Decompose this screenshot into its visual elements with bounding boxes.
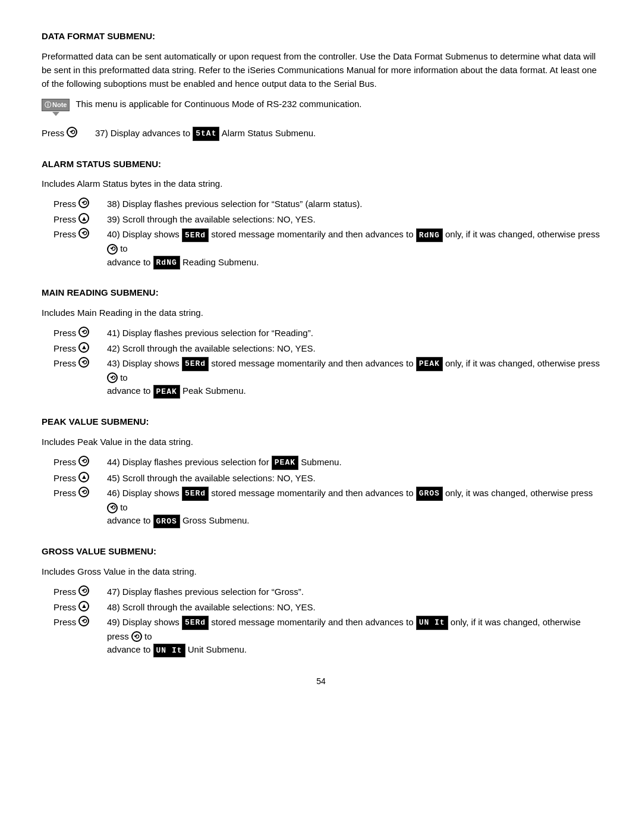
press-text-41: Press (54, 327, 76, 340)
scroll-icon-39: ▲ (78, 213, 89, 224)
peak-value-body: Includes Peak Value in the data string. (42, 435, 600, 449)
item49-advance: advance to (107, 644, 153, 654)
peak-value-press-group: Press ⟲ 44) Display flashes previous sel… (54, 456, 600, 528)
scroll-icon-45: ▲ (78, 472, 89, 482)
data-format-body: Preformatted data can be sent automatica… (42, 49, 600, 91)
press-label-39: Press ▲ (54, 213, 107, 227)
gross-value-section: GROSS VALUE SUBMENU: Includes Gross Valu… (42, 545, 600, 657)
press-content-49: 49) Display shows 5ERd stored message mo… (107, 616, 600, 657)
item49-lcd3: UN It (153, 644, 185, 658)
data-format-section: DATA FORMAT SUBMENU: Preformatted data c… (42, 30, 600, 141)
press-row-38: Press ⟲ 38) Display flashes previous sel… (54, 198, 600, 211)
press-content-40: 40) Display shows 5ERd stored message mo… (107, 228, 600, 269)
alarm-press-group: Press ⟲ 38) Display flashes previous sel… (54, 198, 600, 269)
press-label-38: Press ⟲ (54, 198, 107, 211)
press-content-41: 41) Display flashes previous selection f… (107, 327, 600, 340)
item37-suffix: Alarm Status Submenu. (222, 128, 316, 138)
press-text-40: Press (54, 228, 76, 242)
main-reading-press-group: Press ⟲ 41) Display flashes previous sel… (54, 327, 600, 399)
item48-text: 48) Scroll through the available selecti… (107, 602, 316, 612)
press-content-44: 44) Display flashes previous selection f… (107, 456, 600, 470)
item49-mid: stored message momentarily and then adva… (211, 617, 416, 627)
item46-advance: advance to (107, 515, 153, 525)
gross-value-body: Includes Gross Value in the data string. (42, 565, 600, 578)
main-reading-section: MAIN READING SUBMENU: Includes Main Read… (42, 286, 600, 399)
item40-to: to (120, 243, 128, 253)
item46-mid2: only, it was changed, otherwise press (445, 488, 593, 498)
press-text-42: Press (54, 342, 76, 356)
item44-suffix: Submenu. (301, 457, 341, 467)
item49-lcd2: UN It (416, 616, 448, 630)
enter-icon-47: ⟲ (78, 585, 89, 596)
page-number: 54 (42, 675, 600, 688)
press-label-43: Press ⟲ (54, 357, 107, 371)
enter-icon-49: ⟲ (78, 616, 89, 626)
press-text-39: Press (54, 213, 76, 227)
note-badge: ⓘNote (42, 99, 70, 111)
press-row-40: Press ⟲ 40) Display shows 5ERd stored me… (54, 228, 600, 269)
enter-icon-40: ⟲ (78, 228, 89, 239)
press-row-48: Press ▲ 48) Scroll through the available… (54, 601, 600, 615)
item46-end: Gross Submenu. (182, 515, 250, 525)
item40-lcd3: RdNG (153, 256, 180, 270)
item46-lcd2: GROS (416, 487, 443, 501)
press-text-44: Press (54, 456, 76, 469)
item49-end: Unit Submenu. (188, 644, 247, 654)
scroll-icon-48: ▲ (78, 601, 89, 612)
enter-icon-49b: ⟲ (131, 631, 142, 642)
peak-value-heading: PEAK VALUE SUBMENU: (42, 415, 600, 429)
enter-icon-43b: ⟲ (107, 372, 118, 383)
scroll-icon-42: ▲ (78, 342, 89, 353)
press-label-44: Press ⟲ (54, 456, 107, 469)
item43-end: Peak Submenu. (182, 385, 246, 396)
alarm-status-section: ALARM STATUS SUBMENU: Includes Alarm Sta… (42, 158, 600, 270)
press-row-49: Press ⟲ 49) Display shows 5ERd stored me… (54, 616, 600, 657)
item40-advance: advance to (107, 257, 153, 267)
note-box: ⓘNote This menu is applicable for Contin… (42, 98, 600, 116)
item43-pre: 43) Display shows (107, 358, 180, 368)
gross-value-press-group: Press ⟲ 47) Display flashes previous sel… (54, 585, 600, 657)
item40-lcd1: 5ERd (182, 228, 209, 243)
item44-pre: 44) Display flashes previous selection f… (107, 457, 269, 467)
item43-to: to (120, 372, 128, 383)
press-text-48: Press (54, 601, 76, 615)
item40-pre: 40) Display shows (107, 229, 180, 239)
enter-icon-37: ⟲ (67, 127, 77, 137)
press-row-39: Press ▲ 39) Scroll through the available… (54, 213, 600, 227)
item40-end: Reading Submenu. (182, 257, 259, 267)
press-row-44: Press ⟲ 44) Display flashes previous sel… (54, 456, 600, 470)
press-label-42: Press ▲ (54, 342, 107, 356)
press-label-45: Press ▲ (54, 472, 107, 485)
item45-text: 45) Scroll through the available selecti… (107, 473, 316, 483)
press-row-47: Press ⟲ 47) Display flashes previous sel… (54, 585, 600, 599)
data-format-heading: DATA FORMAT SUBMENU: (42, 30, 600, 43)
item42-text: 42) Scroll through the available selecti… (107, 343, 316, 353)
item49-lcd1: 5ERd (182, 616, 209, 630)
item43-lcd1: 5ERd (182, 357, 209, 371)
press-label-47: Press ⟲ (54, 585, 107, 599)
main-reading-heading: MAIN READING SUBMENU: (42, 286, 600, 300)
press-content-39: 39) Scroll through the available selecti… (107, 213, 600, 227)
enter-icon-40b: ⟲ (107, 244, 118, 255)
enter-icon-43: ⟲ (78, 357, 89, 368)
press-text-37: Press (42, 127, 64, 140)
item40-mid2: only, if it was changed, otherwise press (445, 229, 600, 239)
item43-lcd3: PEAK (153, 385, 180, 399)
note-arrow-icon (52, 112, 59, 116)
press-text-47: Press (54, 585, 76, 599)
main-reading-body: Includes Main Reading in the data string… (42, 306, 600, 319)
press-content-38: 38) Display flashes previous selection f… (107, 198, 600, 211)
item49-to: to (144, 631, 152, 641)
note-text: This menu is applicable for Continuous M… (75, 98, 361, 111)
item39-text: 39) Scroll through the available selecti… (107, 214, 316, 224)
enter-icon-38: ⟲ (78, 198, 89, 208)
press-text-46: Press (54, 487, 76, 500)
press-content-47: 47) Display flashes previous selection f… (107, 585, 600, 599)
item40-lcd2: RdNG (416, 228, 443, 243)
peak-value-section: PEAK VALUE SUBMENU: Includes Peak Value … (42, 415, 600, 528)
press-row-42: Press ▲ 42) Scroll through the available… (54, 342, 600, 356)
enter-icon-46b: ⟲ (107, 503, 118, 513)
item38-text: 38) Display flashes previous selection f… (107, 199, 362, 209)
press-text-43: Press (54, 357, 76, 371)
press-row-45: Press ▲ 45) Scroll through the available… (54, 472, 600, 485)
